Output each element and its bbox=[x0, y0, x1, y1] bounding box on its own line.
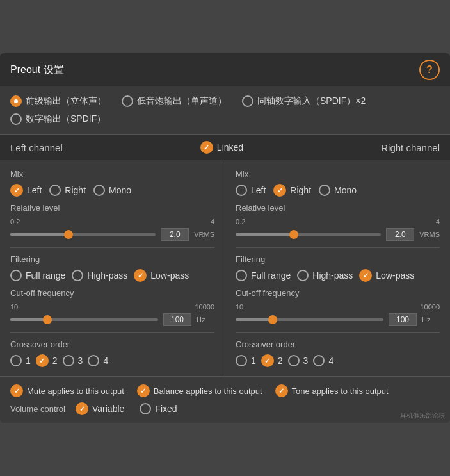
left-crossover-2[interactable]: 2 bbox=[36, 354, 58, 367]
left-filter-fullrange[interactable]: Full range bbox=[10, 270, 65, 281]
left-cutoff-track[interactable] bbox=[10, 318, 158, 321]
tone-item[interactable]: Tone applies to this output bbox=[275, 384, 389, 397]
left-filter-lowpass[interactable]: Low-pass bbox=[134, 269, 189, 282]
right-cutoff-labels: 10 10000 bbox=[236, 303, 440, 311]
right-crossover-1-label: 1 bbox=[251, 356, 256, 366]
left-slider-track[interactable] bbox=[10, 233, 156, 236]
left-crossover-1[interactable]: 1 bbox=[10, 355, 31, 366]
right-crossover-2-radio[interactable] bbox=[261, 354, 274, 367]
right-crossover-4-radio[interactable] bbox=[313, 355, 325, 366]
right-filter-fullrange-label: Full range bbox=[251, 270, 291, 281]
left-level-input[interactable]: 2.0 bbox=[161, 228, 189, 241]
help-button[interactable]: ? bbox=[419, 60, 440, 80]
volume-variable[interactable]: Variable bbox=[76, 402, 124, 415]
right-crossover-3-radio[interactable] bbox=[288, 355, 300, 366]
source-section: 前级输出（立体声） 低音炮输出（单声道） 同轴数字输入（SPDIF）×2 数字输… bbox=[0, 86, 450, 135]
linked-label: Linked bbox=[217, 142, 243, 152]
title-bar: Preout 设置 ? bbox=[0, 53, 450, 86]
left-mix-right[interactable]: Right bbox=[49, 185, 86, 196]
right-mix-left[interactable]: Left bbox=[236, 185, 266, 196]
volume-fixed-radio[interactable] bbox=[140, 403, 151, 414]
left-crossover-3[interactable]: 3 bbox=[63, 355, 83, 366]
left-mix-left-radio[interactable] bbox=[10, 184, 23, 197]
left-crossover-1-radio[interactable] bbox=[10, 355, 22, 366]
channels-row: Mix Left Right Mono Relative leve bbox=[0, 160, 450, 376]
right-channel-label: Right channel bbox=[381, 142, 440, 153]
left-filter-lowpass-label: Low-pass bbox=[150, 270, 189, 281]
right-filter-highpass-radio[interactable] bbox=[297, 270, 309, 281]
right-crossover-4[interactable]: 4 bbox=[313, 355, 333, 366]
source-subwoofer-radio[interactable] bbox=[122, 95, 133, 107]
left-slider-min: 0.2 bbox=[10, 218, 20, 226]
left-mix-right-radio[interactable] bbox=[49, 185, 61, 196]
source-stereo[interactable]: 前级输出（立体声） bbox=[10, 95, 106, 107]
left-filter-lowpass-radio[interactable] bbox=[134, 269, 147, 282]
left-filter-options: Full range High-pass Low-pass bbox=[10, 269, 214, 282]
right-slider-min: 0.2 bbox=[236, 218, 245, 226]
left-cutoff-labels: 10 10000 bbox=[10, 303, 214, 311]
left-channel-panel: Mix Left Right Mono Relative leve bbox=[0, 160, 225, 376]
volume-variable-radio[interactable] bbox=[76, 402, 88, 415]
right-cutoff-input[interactable]: 100 bbox=[389, 313, 417, 326]
left-crossover-4-radio[interactable] bbox=[88, 355, 99, 366]
source-spdif[interactable]: 同轴数字输入（SPDIF）×2 bbox=[242, 95, 366, 107]
left-mix-mono-radio[interactable] bbox=[93, 185, 105, 196]
left-crossover-3-radio[interactable] bbox=[63, 355, 74, 366]
right-mix-mono-label: Mono bbox=[334, 185, 357, 195]
left-crossover-4[interactable]: 4 bbox=[88, 355, 108, 366]
volume-fixed-label: Fixed bbox=[155, 404, 177, 414]
left-mix-mono-label: Mono bbox=[109, 185, 131, 195]
left-mix-right-label: Right bbox=[65, 185, 86, 195]
right-mix-left-label: Left bbox=[251, 185, 266, 195]
channel-header: Left channel Linked Right channel bbox=[0, 135, 450, 160]
right-cutoff-track[interactable] bbox=[236, 318, 383, 321]
left-channel-label: Left channel bbox=[10, 142, 63, 153]
right-filter-lowpass-radio[interactable] bbox=[359, 269, 372, 282]
right-slider-track[interactable] bbox=[236, 233, 381, 236]
linked-badge[interactable]: Linked bbox=[200, 141, 243, 154]
right-slider-max: 4 bbox=[436, 218, 440, 226]
source-digital-radio[interactable] bbox=[10, 113, 22, 125]
left-slider-max: 4 bbox=[211, 218, 214, 226]
volume-fixed[interactable]: Fixed bbox=[140, 403, 177, 414]
right-mix-right[interactable]: Right bbox=[273, 184, 311, 197]
left-rel-level-title: Relative level bbox=[10, 203, 214, 213]
right-filter-highpass[interactable]: High-pass bbox=[297, 270, 353, 281]
bottom-section: Mute applies to this output Balance appl… bbox=[0, 376, 450, 423]
right-mix-right-radio[interactable] bbox=[273, 184, 286, 197]
right-filter-lowpass[interactable]: Low-pass bbox=[359, 269, 414, 282]
mute-item[interactable]: Mute applies to this output bbox=[10, 384, 124, 397]
right-crossover-3[interactable]: 3 bbox=[288, 355, 309, 366]
left-cutoff-row: 100 Hz bbox=[10, 313, 214, 326]
volume-row: Volume control Variable Fixed bbox=[10, 402, 440, 415]
right-crossover-1[interactable]: 1 bbox=[236, 355, 256, 366]
right-mix-mono-radio[interactable] bbox=[319, 185, 330, 196]
window-title: Preout 设置 bbox=[10, 63, 64, 77]
right-level-input[interactable]: 2.0 bbox=[386, 228, 414, 241]
right-crossover-1-radio[interactable] bbox=[236, 355, 247, 366]
left-crossover-3-label: 3 bbox=[78, 356, 83, 366]
right-filter-fullrange-radio[interactable] bbox=[236, 270, 247, 281]
source-stereo-radio[interactable] bbox=[10, 95, 22, 107]
left-mix-mono[interactable]: Mono bbox=[93, 185, 131, 196]
left-crossover-2-radio[interactable] bbox=[36, 354, 49, 367]
left-level-unit: VRMS bbox=[194, 231, 214, 238]
source-spdif-radio[interactable] bbox=[242, 95, 253, 107]
source-digital[interactable]: 数字输出（SPDIF） bbox=[10, 113, 106, 125]
source-subwoofer[interactable]: 低音炮输出（单声道） bbox=[122, 95, 227, 107]
main-window: Preout 设置 ? 前级输出（立体声） 低音炮输出（单声道） 同轴数字输入（… bbox=[0, 53, 450, 423]
left-filter-fullrange-radio[interactable] bbox=[10, 270, 22, 281]
left-filter-highpass[interactable]: High-pass bbox=[72, 270, 127, 281]
right-mix-mono[interactable]: Mono bbox=[319, 185, 357, 196]
left-filter-highpass-radio[interactable] bbox=[72, 270, 83, 281]
balance-item[interactable]: Balance applies to this output bbox=[137, 384, 262, 397]
right-mix-left-radio[interactable] bbox=[236, 185, 247, 196]
source-radio-group: 前级输出（立体声） 低音炮输出（单声道） 同轴数字输入（SPDIF）×2 数字输… bbox=[10, 95, 440, 125]
left-slider-labels: 0.2 4 bbox=[10, 218, 214, 226]
left-cutoff-input[interactable]: 100 bbox=[163, 313, 191, 326]
right-cutoff-max: 10000 bbox=[420, 303, 440, 311]
left-mix-left[interactable]: Left bbox=[10, 184, 42, 197]
right-cutoff-min: 10 bbox=[236, 303, 243, 311]
right-crossover-2[interactable]: 2 bbox=[261, 354, 283, 367]
right-filter-fullrange[interactable]: Full range bbox=[236, 270, 291, 281]
